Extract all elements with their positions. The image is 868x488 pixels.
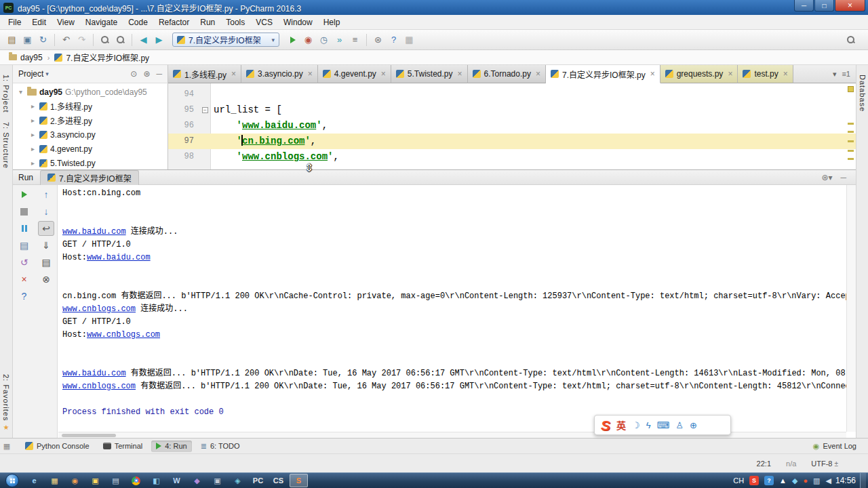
minimize-button[interactable]: ─ (794, 0, 814, 12)
close-button[interactable]: × (16, 272, 33, 287)
menu-tools[interactable]: Tools (220, 16, 250, 28)
lightning-icon[interactable]: ϟ (646, 420, 651, 430)
tool-stripe-button[interactable]: 1: Project (2, 75, 10, 113)
code-editor[interactable]: 9495−url_list = [96 'www.baidu.com',97 '… (168, 83, 856, 169)
save-all-icon[interactable]: ▣ (20, 32, 35, 47)
menu-edit[interactable]: Edit (26, 16, 52, 28)
structure-icon[interactable]: ≡ (347, 32, 363, 47)
show-console-button[interactable]: ▤ (16, 238, 33, 253)
close-tab-icon[interactable]: × (650, 69, 655, 79)
code-text[interactable]: 'cn.bing.com', (211, 134, 316, 149)
scrollbar-mark[interactable] (848, 131, 854, 133)
locate-icon[interactable]: ⊙ (130, 69, 137, 79)
restore-layout-button[interactable]: ↺ (16, 255, 33, 270)
redo-icon[interactable]: ↷ (74, 32, 90, 47)
tool-windows-access-icon[interactable]: ▦ (1, 441, 12, 451)
tool-stripe-button[interactable]: 2: Favorites (2, 374, 10, 421)
menu-code[interactable]: Code (123, 16, 153, 28)
expand-arrow-icon[interactable]: ▸ (29, 117, 37, 124)
viewer-taskbar-icon[interactable]: ◈ (229, 474, 247, 487)
inspection-indicator-icon[interactable] (848, 86, 854, 92)
scrollbar-thumb[interactable] (62, 434, 116, 437)
menu-window[interactable]: Window (278, 16, 318, 28)
explorer-taskbar-icon[interactable]: ▦ (45, 474, 64, 487)
pc-app-taskbar-icon[interactable]: PC (249, 474, 267, 487)
close-tab-icon[interactable]: × (308, 69, 313, 79)
expand-arrow-icon[interactable]: ▸ (29, 159, 37, 167)
console-hyperlink[interactable]: www.cnblogs.com (62, 304, 136, 314)
expand-arrow-icon[interactable]: ▸ (29, 145, 37, 152)
editor-tab[interactable]: 3.asyncio.py× (241, 65, 318, 83)
menu-vcs[interactable]: VCS (250, 16, 278, 28)
stop-button[interactable] (16, 204, 33, 219)
moon-icon[interactable]: ☽ (632, 420, 640, 430)
chrome-taskbar-icon[interactable] (127, 474, 145, 487)
scroll-to-end-button[interactable]: ⇓ (38, 238, 54, 253)
menu-help[interactable]: Help (318, 16, 346, 28)
tool-window-button[interactable]: 4: Run (151, 441, 191, 452)
start-button[interactable] (5, 474, 19, 487)
sogou-ime-bar[interactable]: S 英 ☽ϟ⌨♙⊕ (594, 415, 731, 435)
help-tray-icon[interactable]: ? (764, 476, 774, 485)
replace-icon[interactable] (113, 32, 128, 47)
chevron-down-icon[interactable]: ▾ (45, 70, 49, 77)
run-console-output[interactable]: Host:cn.bing.comwww.baidu.com 连接成功...GET… (58, 185, 846, 432)
profiler-icon[interactable]: ◷ (316, 32, 332, 47)
gray-app-taskbar-icon[interactable]: ▣ (208, 474, 226, 487)
window-title-bar[interactable]: PC day95 - [G:\python_code\day95] - ...\… (0, 0, 868, 15)
coverage-icon[interactable]: ◉ (300, 32, 316, 47)
network-tray-icon[interactable]: ▥ (813, 476, 820, 485)
menu-navigate[interactable]: Navigate (80, 16, 123, 28)
editor-tab[interactable]: 7.自定义异步IO框架.py× (546, 65, 660, 83)
expand-arrow-icon[interactable]: ▸ (29, 102, 37, 110)
console-hyperlink[interactable]: www.cnblogs.com (62, 382, 136, 391)
cs-app-taskbar-icon[interactable]: CS (269, 474, 288, 487)
synchronize-icon[interactable]: ↻ (35, 32, 51, 47)
console-vertical-scrollbar[interactable] (846, 185, 856, 432)
console-hyperlink[interactable]: www.cnblogs.com (87, 330, 160, 340)
project-file-row[interactable]: ▸3.asyncio.py (13, 127, 167, 142)
settings-gear-icon[interactable]: ⊛ (143, 69, 150, 79)
close-tab-icon[interactable]: × (231, 69, 236, 79)
rerun-button[interactable] (16, 187, 33, 202)
tabs-dropdown-icon[interactable]: ▾ (833, 70, 837, 79)
scrollbar-mark[interactable] (848, 150, 854, 152)
project-scope-label[interactable]: Project (18, 69, 43, 79)
breadcrumb-item[interactable]: day95 (7, 52, 45, 63)
editor-tab[interactable]: 1.多线程.py× (168, 65, 241, 83)
help-icon[interactable]: ? (386, 32, 401, 47)
photo-taskbar-icon[interactable]: ▣ (86, 474, 104, 487)
editor-tab[interactable]: grequests.py× (660, 65, 738, 83)
media-taskbar-icon[interactable]: ◉ (66, 474, 84, 487)
project-file-row[interactable]: ▸1.多线程.py (13, 99, 167, 113)
encoding-widget[interactable]: UTF-8 ± (811, 460, 838, 468)
caret-position-widget[interactable]: 22:1 (757, 460, 771, 468)
sogou-taskbar-icon[interactable]: S (290, 474, 308, 487)
ime-language-mode[interactable]: 英 (616, 418, 626, 432)
close-tab-icon[interactable]: × (381, 69, 386, 79)
editor-tab[interactable]: 4.gevent.py× (318, 65, 391, 83)
tool-stripe-button[interactable]: 7: Structure (2, 122, 10, 169)
pause-output-button[interactable] (16, 221, 33, 236)
menu-file[interactable]: File (3, 16, 26, 28)
code-text[interactable]: 'www.cnblogs.com', (211, 149, 339, 165)
close-tab-icon[interactable]: × (728, 69, 732, 79)
back-icon[interactable]: ◀ (136, 32, 151, 47)
console-hyperlink[interactable]: www.baidu.com (62, 227, 126, 237)
notification-tray-icon[interactable]: ● (803, 476, 808, 485)
purple-app-taskbar-icon[interactable]: ◆ (188, 474, 206, 487)
close-button[interactable]: × (835, 0, 865, 12)
security-tray-icon[interactable]: ◆ (792, 476, 797, 485)
print-button[interactable]: ▤ (38, 255, 54, 270)
code-text[interactable]: 'www.baidu.com', (211, 118, 328, 134)
word-taskbar-icon[interactable]: W (167, 474, 186, 487)
find-icon[interactable] (97, 32, 113, 47)
close-tab-icon[interactable]: × (536, 69, 540, 79)
scrollbar-mark[interactable] (848, 123, 854, 125)
fax-taskbar-icon[interactable]: ▤ (106, 474, 125, 487)
menu-refactor[interactable]: Refactor (153, 16, 195, 28)
menu-view[interactable]: View (52, 16, 80, 28)
code-text[interactable]: url_list = [ (211, 102, 282, 118)
scrollbar-mark[interactable] (848, 158, 854, 160)
language-indicator[interactable]: CH (733, 476, 744, 485)
